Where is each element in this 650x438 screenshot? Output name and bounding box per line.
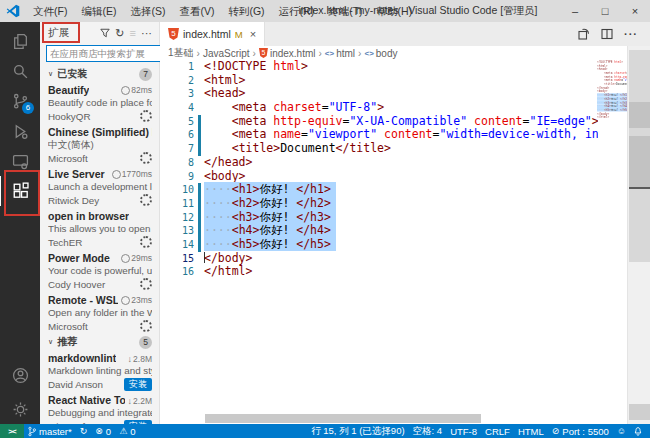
minimize-button[interactable]: – [560,0,590,22]
menu-item-2[interactable]: 选择(S) [123,0,172,22]
vertical-scrollbar[interactable] [627,46,650,424]
extension-meta: ↓2.2M [125,396,152,406]
remote-indicator[interactable]: >< [0,424,24,438]
line-number: 7 [160,142,194,156]
code-line[interactable]: 11····<h2>你好! </h2> [160,197,598,211]
sidebar-item-extensions[interactable] [0,176,41,206]
line-number: 2 [160,74,194,88]
sidebar-item-explorer[interactable] [0,26,40,56]
gear-icon[interactable] [140,278,152,290]
status-item-CRLF[interactable]: CRLF [481,424,514,438]
status-item--15-1-90-[interactable]: 行 15, 列 1 (已选择90) [307,424,408,438]
code-line[interactable]: 4 <meta charset="UTF-8"> [160,101,598,115]
extension-item[interactable]: Beautify82msBeautify code in place for V… [40,82,160,124]
status-item[interactable]: ☺ [613,424,630,438]
tab-close-icon[interactable]: × [250,28,256,40]
minimap[interactable]: <!DOCTYPE html><html><head> <meta charse… [597,60,627,130]
code-line[interactable]: 6 <meta name="viewport" content="width=d… [160,128,598,142]
extensions-icon [12,182,30,200]
gear-icon[interactable] [140,110,152,122]
menu-item-4[interactable]: 转到(G) [221,0,271,22]
menu-item-1[interactable]: 编辑(E) [74,0,123,22]
maximize-button[interactable]: □ [590,0,620,22]
sidebar-item-run-and-debug[interactable] [0,116,40,146]
status-item--4[interactable]: 空格: 4 [409,424,447,438]
gear-icon[interactable] [140,236,152,248]
html-file-icon: 5 [259,48,268,58]
install-button[interactable]: 安装 [124,378,152,391]
section-header[interactable]: ∨已安装7 [40,66,160,82]
more-actions-icon[interactable]: ··· [141,28,152,39]
sidebar-item-remote-explorer[interactable] [0,146,40,176]
code-line[interactable]: 7 <title>Document</title> [160,142,598,156]
code-line[interactable]: 15</body> [160,252,598,266]
gutter [194,170,204,184]
status-item-Port-5500[interactable]: ⊘Port : 5500 [548,424,613,438]
refresh-icon[interactable]: ↻ [115,28,124,39]
split-editor-icon[interactable] [601,28,613,40]
gutter [194,156,204,170]
menu-item-0[interactable]: 文件(F) [26,0,74,22]
extension-item[interactable]: React Native Tools↓2.2MDebugging and int… [40,392,160,424]
breadcrumb-item-1基础[interactable]: 1基础 [168,46,194,60]
clear-search-results-icon[interactable]: ≡ [130,28,136,39]
breadcrumb: 1基础›JavaScript›5index.html›<>html›<>body [160,46,650,60]
horizontal-scrollbar[interactable] [205,414,481,423]
status-item[interactable] [630,424,646,438]
code-line[interactable]: 16</html> [160,265,598,279]
status-item-master-[interactable]: master* [24,424,76,438]
code-line[interactable]: 12····<h3>你好! </h3> [160,211,598,225]
gear-icon[interactable] [140,194,152,206]
filter-icon[interactable] [100,28,110,38]
extension-item[interactable]: open in browserThis allows you to open t… [40,208,160,250]
extension-search-input[interactable] [46,45,160,62]
code-line[interactable]: 2<html> [160,74,598,88]
code-line[interactable]: 9<body> [160,170,598,184]
more-actions-icon[interactable]: ··· [624,28,638,40]
status-item[interactable]: ↻ [76,424,92,438]
breadcrumb-item-JavaScript[interactable]: JavaScript [203,48,250,59]
tab-index-html[interactable]: 5 index.html M × [160,22,265,46]
breadcrumb-separator: › [253,48,256,59]
status-item-0[interactable]: ⚠0 [115,424,139,438]
code-line[interactable]: 8</head> [160,156,598,170]
code-line[interactable]: 3<head> [160,87,598,101]
extension-item[interactable]: Chinese (Simplified) Lan...中文(简体)Microso… [40,124,160,166]
section-header[interactable]: ∨推荐5 [40,334,160,350]
extension-item[interactable]: Live Server1770msLaunch a development lo… [40,166,160,208]
extension-item[interactable]: markdownlint↓2.8MMarkdown linting and st… [40,350,160,392]
menu-item-3[interactable]: 查看(V) [172,0,221,22]
sidebar-item-search[interactable] [0,56,40,86]
selection-highlight: ····<h3>你好! </h3> [204,210,336,224]
code-line[interactable]: 10····<h1>你好! </h1> [160,183,598,197]
gear-icon[interactable] [140,320,152,332]
account-button[interactable] [0,360,40,390]
code-line[interactable]: 5 <meta http-equiv="X-UA-Compatible" con… [160,115,598,129]
open-changes-icon[interactable] [578,28,590,40]
status-item-HTML[interactable]: HTML [514,424,548,438]
code-line[interactable]: 13····<h4>你好! </h4> [160,224,598,238]
breadcrumb-item-body[interactable]: <>body [364,48,397,59]
status-item-UTF-8[interactable]: UTF-8 [446,424,481,438]
overview-cursor-mark [629,187,650,189]
extension-item[interactable]: Power Mode29msYour code is powerful, unl… [40,250,160,292]
line-number: 4 [160,101,194,115]
gear-icon[interactable] [140,152,152,164]
warning-icon: ⚠ [119,427,127,436]
code-editor[interactable]: 1<!DOCTYPE html>2<html>3<head>4 <meta ch… [160,60,598,414]
circle-slash-icon: ⊘ [552,427,560,436]
code-line[interactable]: 14····<h5>你好! </h5> [160,238,598,252]
breadcrumb-item-html[interactable]: <>html [325,48,355,59]
close-button[interactable]: × [620,0,650,22]
breadcrumb-item-index.html[interactable]: 5index.html [259,48,316,59]
extensions-panel: 扩展 ↻ ≡ ··· ∨已安装7Beautify82msBeautify cod… [40,22,160,424]
sidebar-item-source-control[interactable]: 6 [0,86,40,116]
extension-description: Markdown linting and style ... [48,365,152,378]
extension-item[interactable]: Remote - WSL23msOpen any folder in the W… [40,292,160,334]
window-title: index.html - my-notes - Visual Studio Co… [298,4,537,18]
status-item-0[interactable]: ⊗0 [91,424,115,438]
settings-button[interactable] [0,394,40,424]
code-line[interactable]: 1<!DOCTYPE html> [160,60,598,74]
clock-icon [112,170,121,179]
install-button[interactable]: 安装 [124,420,152,425]
